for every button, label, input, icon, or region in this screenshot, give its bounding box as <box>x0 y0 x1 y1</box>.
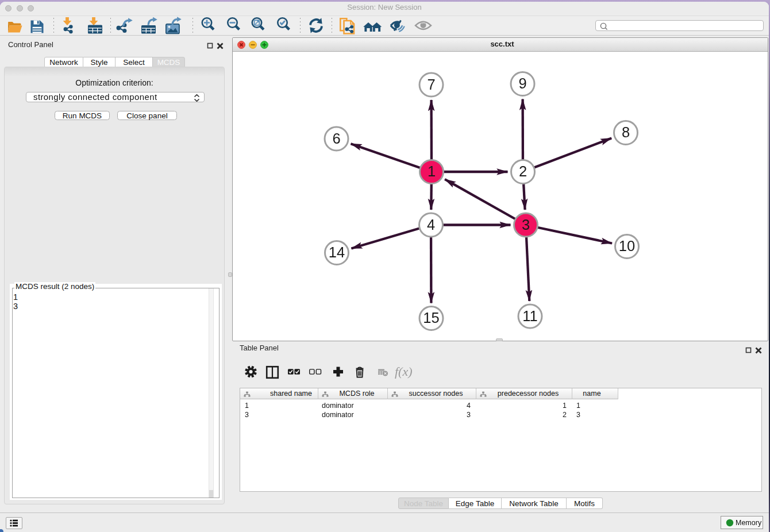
svg-text:6: 6 <box>332 130 340 146</box>
svg-text:15: 15 <box>423 310 439 326</box>
svg-text:9: 9 <box>518 75 526 91</box>
svg-text:3: 3 <box>522 216 530 232</box>
svg-text:10: 10 <box>619 238 635 254</box>
svg-text:1: 1 <box>428 163 436 179</box>
svg-text:14: 14 <box>329 244 345 260</box>
svg-text:2: 2 <box>519 163 527 179</box>
svg-text:11: 11 <box>522 307 537 323</box>
svg-text:7: 7 <box>427 76 435 92</box>
svg-text:8: 8 <box>622 124 630 140</box>
svg-text:f(x): f(x) <box>395 364 413 379</box>
svg-text:4: 4 <box>427 216 435 232</box>
